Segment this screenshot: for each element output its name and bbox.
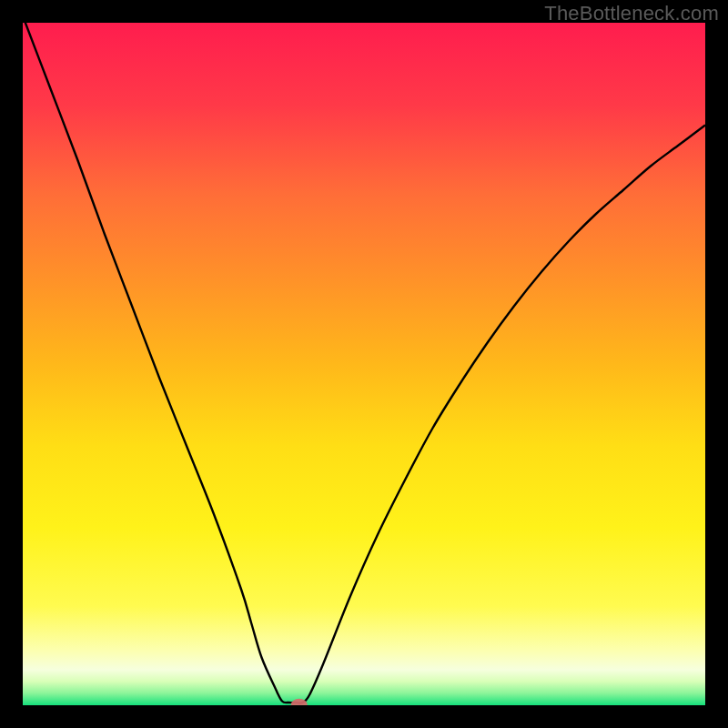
chart-container: TheBottleneck.com <box>0 0 728 728</box>
plot-frame <box>23 23 705 705</box>
chart-svg <box>23 23 705 705</box>
gradient-background <box>23 23 705 705</box>
